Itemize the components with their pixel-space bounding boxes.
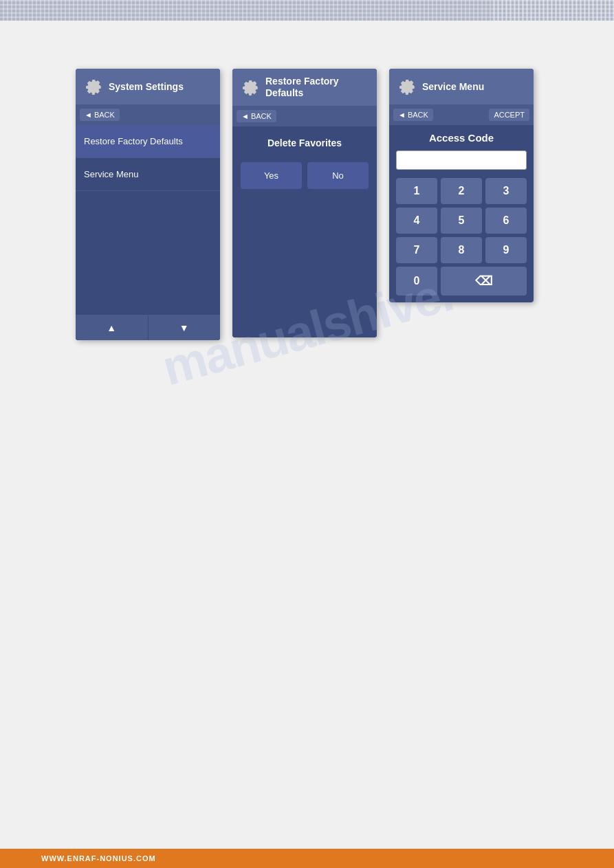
menu-item-service-menu[interactable]: Service Menu <box>76 158 220 191</box>
restore-factory-panel: Restore Factory Defaults ◄ BACK Delete F… <box>232 69 377 337</box>
top-bar-orange-section <box>490 0 614 21</box>
accept-button[interactable]: ACCEPT <box>489 109 529 121</box>
system-settings-panel: System Settings ◄ BACK Restore Factory D… <box>76 69 220 340</box>
scroll-down-button[interactable]: ▼ <box>149 315 221 340</box>
service-menu-title: Service Menu <box>422 81 484 93</box>
num-btn-backspace[interactable]: ⌫ <box>441 267 527 296</box>
num-btn-1[interactable]: 1 <box>396 178 437 204</box>
content-area: System Settings ◄ BACK Restore Factory D… <box>0 21 614 381</box>
access-code-input-display[interactable] <box>396 151 527 170</box>
restore-factory-back-button[interactable]: ◄ BACK <box>237 110 276 122</box>
gear-icon-3 <box>397 77 417 96</box>
service-menu-header: Service Menu <box>389 69 534 104</box>
delete-favorites-title: Delete Favorites <box>241 137 369 148</box>
bottom-bar: WWW.ENRAF-NONIUS.COM <box>0 849 614 868</box>
num-btn-0[interactable]: 0 <box>396 267 437 296</box>
bottom-bar-url: WWW.ENRAF-NONIUS.COM <box>41 854 156 863</box>
num-btn-6[interactable]: 6 <box>485 208 527 234</box>
system-settings-header: System Settings <box>76 69 220 104</box>
empty-body-space-2 <box>232 200 377 337</box>
service-menu-back-button[interactable]: ◄ BACK <box>393 109 433 121</box>
restore-factory-body: Delete Favorites Yes No <box>232 126 377 200</box>
gear-icon-2 <box>241 78 260 97</box>
num-btn-5[interactable]: 5 <box>441 208 482 234</box>
system-settings-body: Restore Factory Defaults Service Menu <box>76 125 220 315</box>
system-settings-footer: ▲ ▼ <box>76 315 220 340</box>
gear-icon-1 <box>84 77 103 96</box>
empty-body-space-1 <box>76 191 220 315</box>
top-decorative-bar <box>0 0 614 21</box>
num-btn-8[interactable]: 8 <box>441 237 482 263</box>
access-code-title: Access Code <box>396 132 527 144</box>
system-settings-nav: ◄ BACK <box>76 104 220 125</box>
yes-button[interactable]: Yes <box>241 162 302 189</box>
restore-factory-header: Restore Factory Defaults <box>232 69 377 106</box>
num-btn-7[interactable]: 7 <box>396 237 437 263</box>
no-button[interactable]: No <box>307 162 369 189</box>
restore-factory-nav: ◄ BACK <box>232 106 377 126</box>
access-code-body: Access Code 1 2 3 4 5 6 7 8 9 0 ⌫ <box>389 125 534 302</box>
num-btn-3[interactable]: 3 <box>485 178 527 204</box>
restore-factory-title: Restore Factory Defaults <box>265 76 369 99</box>
system-settings-title: System Settings <box>109 81 184 93</box>
yes-no-row: Yes No <box>241 162 369 189</box>
scroll-up-button[interactable]: ▲ <box>76 315 149 340</box>
service-menu-nav: ◄ BACK ACCEPT <box>389 104 534 125</box>
num-btn-4[interactable]: 4 <box>396 208 437 234</box>
numpad: 1 2 3 4 5 6 7 8 9 0 ⌫ <box>396 178 527 296</box>
num-btn-9[interactable]: 9 <box>485 237 527 263</box>
service-menu-panel: Service Menu ◄ BACK ACCEPT Access Code 1… <box>389 69 534 302</box>
menu-item-restore-factory[interactable]: Restore Factory Defaults <box>76 125 220 158</box>
num-btn-2[interactable]: 2 <box>441 178 482 204</box>
system-settings-back-button[interactable]: ◄ BACK <box>80 109 120 121</box>
